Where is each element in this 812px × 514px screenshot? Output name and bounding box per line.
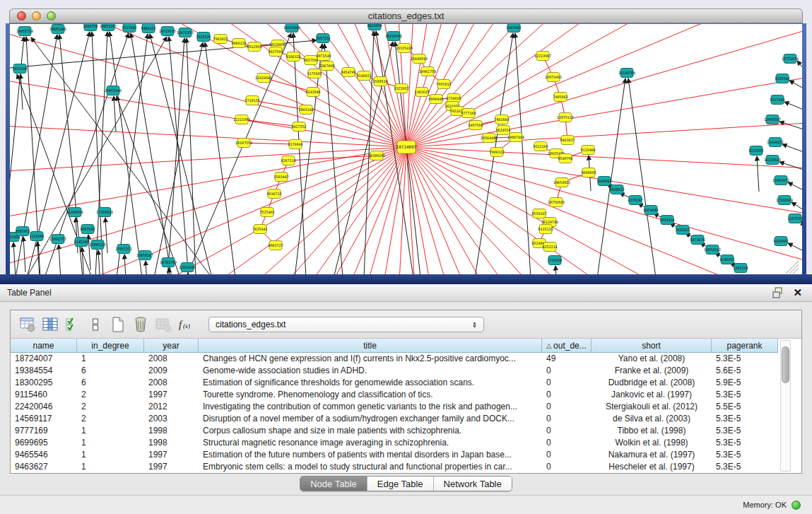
graph-node[interactable]: 2803144 [298, 105, 313, 115]
graph-node[interactable]: 2053100 [12, 64, 27, 74]
graph-node[interactable]: 12093587 [764, 115, 781, 124]
graph-node[interactable]: 7525402 [259, 208, 274, 217]
graph-node[interactable]: 1893758 [83, 24, 98, 31]
vertical-scrollbar[interactable] [780, 340, 791, 472]
graph-node[interactable]: 1583447 [273, 173, 288, 182]
graph-node[interactable]: 8252214 [542, 243, 557, 252]
graph-node[interactable]: 7635441 [252, 225, 267, 234]
tab-network-table[interactable]: Network Table [434, 477, 512, 491]
graph-node[interactable]: 8471676 [690, 235, 705, 245]
graph-node[interactable]: 10654112 [704, 245, 721, 255]
column-header-in_degree[interactable]: in_degree [77, 339, 144, 353]
graph-node[interactable]: 9212160 [533, 142, 548, 151]
graph-node[interactable]: 9466162 [141, 24, 155, 33]
graph-node[interactable]: 9097588 [80, 225, 95, 234]
graph-node[interactable]: 9827503 [268, 47, 283, 57]
close-panel-icon[interactable]: ✕ [793, 286, 802, 299]
graph-node[interactable]: 9245092 [773, 237, 788, 246]
graph-node[interactable]: 7955812 [436, 80, 451, 89]
graph-node[interactable]: 2867608 [319, 62, 334, 71]
graph-node[interactable]: 24055724 [16, 27, 33, 36]
column-header-title[interactable]: title [199, 339, 542, 353]
column-header-short[interactable]: short [592, 339, 712, 353]
table-row[interactable]: 1938455462009Genome-wide association stu… [11, 365, 778, 377]
graph-node[interactable]: 20206556 [66, 208, 83, 217]
graph-node[interactable]: 9227343 [770, 95, 784, 105]
column-header-name[interactable]: name [11, 339, 77, 353]
graph-node[interactable]: 12975115 [557, 113, 574, 122]
graph-node[interactable]: 2687682 [506, 24, 521, 33]
graph-node[interactable]: 18300295 [368, 151, 385, 160]
scrollbar-thumb[interactable] [782, 346, 789, 383]
graph-node[interactable]: 19654923 [553, 178, 570, 187]
graph-node[interactable]: 9474444 [643, 206, 658, 215]
graph-node[interactable]: 9777169 [461, 109, 476, 118]
graph-node[interactable]: 12213967 [534, 52, 551, 61]
graph-node[interactable]: 19218596 [385, 32, 402, 41]
graph-node[interactable]: 12213399 [233, 115, 250, 124]
select-rows-icon[interactable] [63, 315, 83, 334]
graph-node[interactable]: 3175685 [307, 69, 322, 78]
graph-node[interactable]: 8186328 [286, 52, 300, 62]
graph-node[interactable]: 10719195 [159, 27, 176, 36]
graph-node[interactable]: 12444151 [767, 138, 784, 147]
graph-node[interactable]: 1167533 [787, 214, 802, 223]
function-builder-icon[interactable]: f(x) [176, 315, 196, 334]
table-row[interactable]: 946554611997Estimation of the future num… [11, 449, 778, 461]
graph-node[interactable]: 8215955 [748, 146, 763, 156]
graph-node[interactable]: 1065210 [733, 264, 748, 273]
graph-node[interactable]: 8427552 [291, 122, 306, 132]
graph-node[interactable]: 22420046 [255, 74, 272, 83]
table-row[interactable]: 946362711997Embryonic stem cells: a mode… [11, 461, 778, 473]
graph-node[interactable]: 7857224 [315, 34, 330, 43]
column-header-out_de[interactable]: △out_de... [542, 339, 592, 353]
graph-node[interactable]: 16961758 [419, 67, 436, 76]
graph-node[interactable]: 1640954 [596, 177, 611, 186]
graph-node[interactable]: 3624554 [495, 126, 510, 135]
column-select-icon[interactable] [40, 315, 60, 334]
graph-node[interactable]: 9860128 [231, 39, 246, 48]
table-settings-icon[interactable] [18, 315, 37, 334]
delete-trash-icon[interactable] [131, 315, 151, 334]
graph-node[interactable]: 18724007 [396, 141, 417, 153]
minimize-window-icon[interactable] [32, 11, 41, 21]
graph-node[interactable]: 7485063 [553, 93, 567, 102]
graph-node[interactable]: 8454749 [341, 68, 355, 77]
graph-node[interactable]: 8170044 [288, 140, 302, 149]
graph-node[interactable]: 17359924 [96, 208, 113, 217]
table-select-dropdown[interactable]: citations_edges.txt▲▼ [208, 317, 484, 332]
graph-node[interactable]: 10807484 [507, 133, 524, 142]
column-header-pagerank[interactable]: pagerank [712, 339, 778, 353]
graph-node[interactable]: 1527602 [122, 24, 136, 33]
graph-node[interactable]: 9636715 [266, 189, 281, 199]
graph-node[interactable]: 9329366 [775, 74, 789, 83]
float-panel-icon[interactable] [772, 287, 784, 298]
graph-node[interactable]: 1588520 [372, 77, 387, 86]
graph-node[interactable]: 9463627 [560, 136, 575, 145]
graph-node[interactable]: 30691406 [49, 25, 66, 34]
graph-node[interactable]: 8938923 [609, 185, 624, 194]
close-window-icon[interactable] [17, 11, 26, 21]
graph-node[interactable]: 9699695 [581, 168, 596, 177]
graph-node[interactable]: 17016504 [776, 196, 793, 205]
graph-node[interactable]: 16210643 [764, 156, 781, 165]
column-header-year[interactable]: year [144, 339, 199, 353]
graph-node[interactable]: 8912954 [247, 42, 261, 52]
graph-node[interactable]: 18107554 [235, 139, 252, 148]
new-file-icon[interactable] [108, 315, 128, 334]
graph-node[interactable]: 16033809 [283, 24, 300, 33]
graph-node[interactable]: 8267110 [281, 156, 295, 165]
graph-node[interactable]: 16148784 [618, 69, 635, 78]
table-row[interactable]: 977716911998Corpus callosum shape and si… [11, 425, 778, 437]
graph-node[interactable]: 2718126 [245, 96, 259, 105]
graph-node[interactable]: 9146821 [356, 71, 371, 81]
graph-node[interactable]: 9115132 [538, 225, 553, 234]
graph-node[interactable]: 7515526 [196, 33, 211, 42]
table-row[interactable]: 1456911722003Disruption of a novel membe… [11, 413, 778, 425]
graph-node[interactable]: 9245652 [719, 255, 734, 264]
graph-node[interactable]: 29053346 [105, 86, 122, 95]
table-row[interactable]: 1872400712008Changes of HCN gene express… [11, 353, 778, 365]
table-row[interactable]: 2242004622012Investigating the contribut… [11, 401, 778, 413]
citation-network-graph[interactable]: 2405572430691406189375810653287152760294… [10, 24, 802, 276]
memory-status-led[interactable] [792, 501, 801, 510]
